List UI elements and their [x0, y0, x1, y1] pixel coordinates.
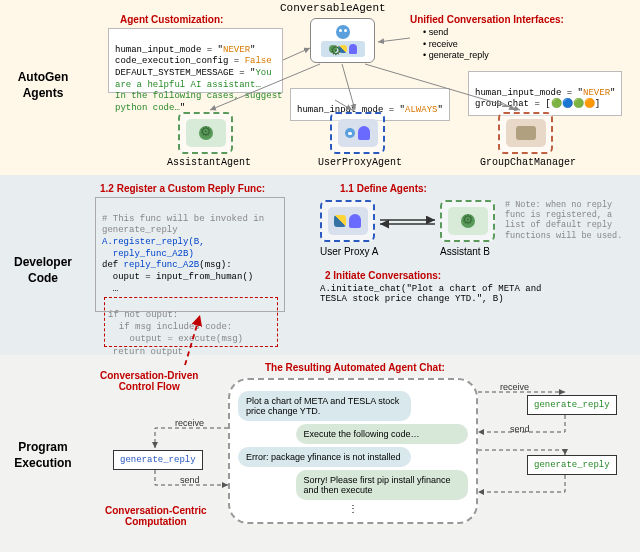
conversable-title: ConversableAgent [280, 2, 386, 14]
assistant-agent-label: AssistantAgent [167, 157, 251, 168]
code-box-customization: human_input_mode = "NEVER" code_executio… [108, 28, 283, 93]
unified-label: Unified Conversation Interfaces: [410, 14, 564, 25]
send-left-label: send [180, 475, 200, 485]
person-icon [358, 126, 370, 140]
register-label: 1.2 Register a Custom Reply Func: [100, 183, 265, 194]
chat-msg-4: Sorry! Please first pip install yfinance… [296, 470, 469, 500]
customization-label: Agent Customization: [120, 14, 223, 25]
conversable-agent-box [310, 18, 375, 63]
receive-left-label: receive [175, 418, 204, 428]
userproxy-agent-label: UserProxyAgent [318, 157, 402, 168]
gear-icon [199, 126, 213, 140]
reply-func-code: # This func will be invoked in generate_… [95, 197, 285, 312]
userproxy-agent-box [330, 112, 385, 154]
initiate-code: A.initiate_chat("Plot a chart of META an… [320, 284, 541, 304]
gen-reply-r2: generate_reply [527, 455, 617, 475]
chat-container: Plot a chart of META and TESLA stock pri… [228, 378, 478, 524]
initiate-label: 2 Initiate Conversations: [325, 270, 441, 281]
assistant-b-label: Assistant B [440, 246, 490, 257]
control-flow-label: Conversation-Driven Control Flow [100, 370, 198, 392]
computation-label: Conversation-Centric Computation [105, 505, 207, 527]
section-label-dev: Developer Code [8, 255, 78, 286]
python-icon [334, 215, 346, 227]
gen-reply-left: generate_reply [113, 450, 203, 470]
robot-icon [336, 25, 350, 39]
assistant-agent-box [178, 112, 233, 154]
interface-list: send receive generate_reply [415, 27, 489, 62]
person-icon [349, 44, 357, 54]
assistant-b-box [440, 200, 495, 242]
person-icon [349, 214, 361, 228]
send-right-label: send [510, 424, 530, 434]
chat-msg-3: Error: package yfinance is not installed [238, 447, 411, 467]
gear-icon [461, 214, 475, 228]
chat-msg-1: Plot a chart of META and TESLA stock pri… [238, 391, 411, 421]
groupchat-box [498, 112, 553, 154]
chat-msg-2: Execute the following code… [296, 424, 469, 444]
exec-title: The Resulting Automated Agent Chat: [265, 362, 445, 373]
code-groupchat: human_input_mode = "NEVER" group_chat = … [468, 71, 622, 116]
robot-icon [345, 128, 355, 138]
section-label-exec: Program Execution [8, 440, 78, 471]
define-label: 1.1 Define Agents: [340, 183, 427, 194]
note-text: # Note: when no reply func is registered… [505, 200, 625, 241]
gear-icon [329, 45, 337, 53]
groupchat-label: GroupChatManager [480, 157, 576, 168]
gen-reply-r1: generate_reply [527, 395, 617, 415]
user-proxy-a-label: User Proxy A [320, 246, 378, 257]
receive-right-label: receive [500, 382, 529, 392]
group-icon [516, 126, 536, 140]
section-label-agents: AutoGen Agents [8, 70, 78, 101]
user-proxy-a-box [320, 200, 375, 242]
